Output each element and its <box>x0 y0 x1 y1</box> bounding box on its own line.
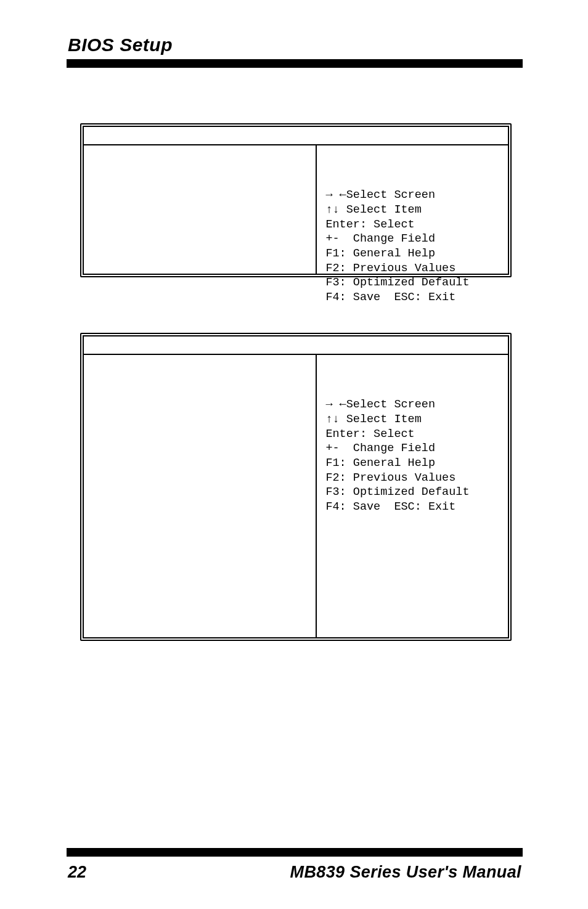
footer-manual-title: MB839 Series User's Manual <box>290 863 522 882</box>
page: BIOS Setup → ←Select Screen ↑↓ Select It… <box>0 0 588 909</box>
page-footer: 22 MB839 Series User's Manual <box>67 848 523 882</box>
bios-box-2: → ←Select Screen ↑↓ Select Item Enter: S… <box>80 333 512 641</box>
page-header-title: BIOS Setup <box>68 35 173 55</box>
bios-box-2-left-panel <box>84 355 317 637</box>
bios-box-1-columns: → ←Select Screen ↑↓ Select Item Enter: S… <box>84 145 508 274</box>
bios-box-1-left-panel <box>84 145 317 274</box>
footer-page-number: 22 <box>68 863 86 882</box>
bios-box-1-help-text: → ←Select Screen ↑↓ Select Item Enter: S… <box>325 188 502 304</box>
bios-box-2-right-panel: → ←Select Screen ↑↓ Select Item Enter: S… <box>317 355 508 637</box>
bios-box-1: → ←Select Screen ↑↓ Select Item Enter: S… <box>80 123 512 277</box>
bios-box-2-columns: → ←Select Screen ↑↓ Select Item Enter: S… <box>84 355 508 637</box>
footer-divider <box>67 848 523 857</box>
footer-line: 22 MB839 Series User's Manual <box>67 863 523 882</box>
header-divider <box>67 59 523 68</box>
bios-box-2-help-text: → ←Select Screen ↑↓ Select Item Enter: S… <box>325 397 502 514</box>
bios-box-1-top-spacer <box>84 127 508 144</box>
bios-box-2-top-spacer <box>84 336 508 354</box>
bios-box-1-right-panel: → ←Select Screen ↑↓ Select Item Enter: S… <box>317 145 508 274</box>
